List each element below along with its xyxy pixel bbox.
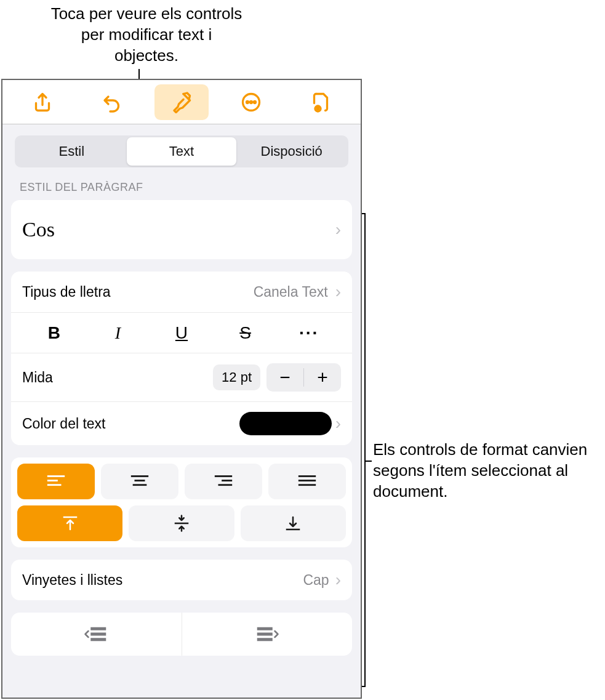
format-tabs: Estil Text Disposició <box>15 135 348 167</box>
alignment-card <box>11 457 352 547</box>
paragraph-style-header: Estil del paràgraf <box>20 181 346 194</box>
size-row: Mida 12 pt − + <box>11 353 352 401</box>
bold-button[interactable]: B <box>22 323 86 343</box>
bullets-lists-label: Vinyetes i llistes <box>22 572 303 589</box>
valign-middle-button[interactable] <box>129 505 234 541</box>
svg-rect-8 <box>47 484 62 486</box>
size-label: Mida <box>22 369 213 386</box>
indent-card <box>11 613 352 656</box>
format-button[interactable] <box>154 84 209 120</box>
increase-indent-button[interactable] <box>182 613 353 656</box>
tab-layout[interactable]: Disposició <box>236 137 347 166</box>
size-stepper: − + <box>266 363 341 392</box>
text-style-row: B I U S ··· <box>11 312 352 353</box>
svg-rect-6 <box>47 475 65 477</box>
align-justify-icon <box>297 472 318 491</box>
italic-button[interactable]: I <box>86 323 150 343</box>
decrease-indent-button[interactable] <box>11 613 182 656</box>
more-text-options-button[interactable]: ··· <box>277 323 341 343</box>
increase-indent-icon <box>255 626 279 643</box>
svg-rect-15 <box>298 475 316 477</box>
callout-bracket <box>364 213 366 687</box>
document-eye-icon <box>310 91 332 113</box>
svg-rect-22 <box>92 634 106 635</box>
app-toolbar <box>2 80 361 124</box>
callout-leader-line <box>366 461 372 462</box>
bullets-lists-row[interactable]: Vinyetes i llistes Cap › <box>11 560 352 600</box>
svg-rect-7 <box>47 480 58 481</box>
valign-bottom-button[interactable] <box>241 505 346 541</box>
svg-rect-19 <box>175 523 189 525</box>
svg-rect-17 <box>298 484 316 486</box>
svg-rect-11 <box>133 484 147 486</box>
svg-rect-14 <box>218 484 233 486</box>
callout-format-button: Toca per veure els controls per modifica… <box>48 4 245 66</box>
svg-rect-26 <box>258 639 272 641</box>
font-label: Tipus de lletra <box>22 284 254 300</box>
size-value[interactable]: 12 pt <box>213 364 260 390</box>
font-value: Canela Text <box>254 284 328 300</box>
text-color-swatch <box>239 412 332 435</box>
valign-bottom-icon <box>282 514 303 533</box>
tab-style[interactable]: Estil <box>17 137 127 166</box>
share-icon <box>31 91 54 113</box>
text-color-label: Color del text <box>22 416 239 432</box>
undo-icon <box>101 91 123 113</box>
chevron-right-icon: › <box>332 220 341 239</box>
svg-rect-16 <box>298 480 316 481</box>
text-color-row[interactable]: Color del text › <box>11 401 352 445</box>
align-center-button[interactable] <box>101 464 178 499</box>
strikethrough-button[interactable]: S <box>214 323 278 343</box>
svg-point-5 <box>317 108 319 110</box>
chevron-right-icon: › <box>332 570 341 590</box>
svg-rect-21 <box>92 628 106 630</box>
format-inspector-panel: Estil Text Disposició Estil del paràgraf… <box>1 79 362 699</box>
paragraph-style-row[interactable]: Cos › <box>11 200 352 259</box>
vertical-alignment-row <box>17 505 346 541</box>
font-card: Tipus de lletra Canela Text › B I U S ··… <box>11 272 352 445</box>
align-center-icon <box>129 472 150 491</box>
svg-rect-20 <box>286 529 300 531</box>
svg-rect-12 <box>215 475 232 477</box>
svg-rect-23 <box>92 639 106 641</box>
svg-point-2 <box>250 101 252 103</box>
bullets-lists-value: Cap <box>303 572 329 589</box>
align-left-button[interactable] <box>17 464 95 499</box>
chevron-right-icon: › <box>332 282 341 302</box>
ellipsis-circle-icon <box>240 91 262 113</box>
paintbrush-icon <box>170 91 193 113</box>
tab-text[interactable]: Text <box>127 137 237 166</box>
svg-rect-25 <box>258 634 272 635</box>
valign-top-icon <box>60 514 81 533</box>
svg-rect-10 <box>135 480 145 481</box>
font-row[interactable]: Tipus de lletra Canela Text › <box>11 272 352 312</box>
indent-row <box>11 613 352 656</box>
svg-point-1 <box>247 101 249 103</box>
paragraph-style-card: Cos › <box>11 200 352 259</box>
horizontal-alignment-row <box>17 464 346 499</box>
chevron-right-icon: › <box>332 414 341 433</box>
decrease-indent-icon <box>84 626 108 643</box>
document-view-button[interactable] <box>294 84 348 120</box>
svg-point-3 <box>254 101 256 103</box>
svg-rect-18 <box>63 517 77 518</box>
paragraph-style-value: Cos <box>22 218 332 241</box>
align-right-button[interactable] <box>185 464 262 499</box>
share-button[interactable] <box>15 84 70 120</box>
valign-middle-icon <box>171 514 192 533</box>
undo-button[interactable] <box>85 84 139 120</box>
align-left-icon <box>46 472 66 491</box>
svg-rect-13 <box>222 480 232 481</box>
align-justify-button[interactable] <box>268 464 346 499</box>
svg-rect-9 <box>131 475 148 477</box>
size-decrease-button[interactable]: − <box>266 363 303 392</box>
align-right-icon <box>213 472 234 491</box>
format-panel: Estil Text Disposició Estil del paràgraf… <box>2 124 361 698</box>
size-increase-button[interactable]: + <box>304 363 341 392</box>
bullets-lists-card: Vinyetes i llistes Cap › <box>11 560 352 600</box>
more-button[interactable] <box>224 84 278 120</box>
svg-rect-24 <box>258 628 272 630</box>
callout-format-controls: Els controls de format canvien segons l'… <box>373 440 595 502</box>
valign-top-button[interactable] <box>17 505 122 541</box>
underline-button[interactable]: U <box>150 323 214 343</box>
